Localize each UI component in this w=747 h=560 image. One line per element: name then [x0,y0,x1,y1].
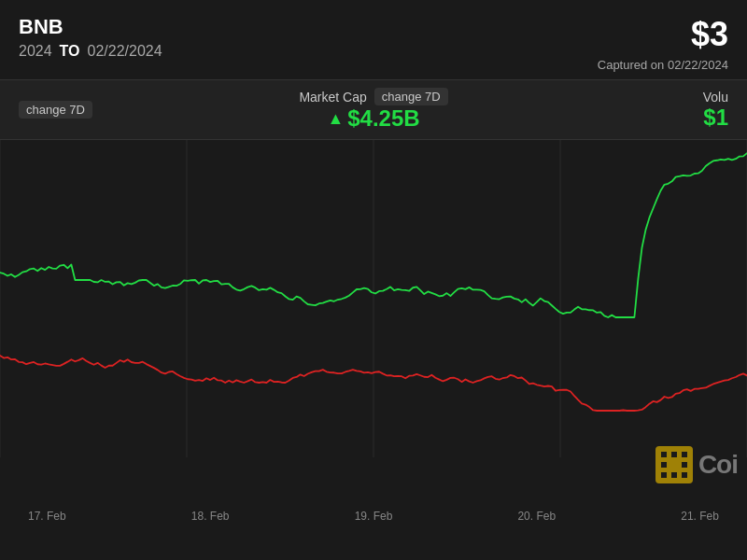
date-to: 02/22/2024 [88,43,162,60]
change-7d-section: change 7D [19,101,243,119]
header-right: $3 Captured on 02/22/2024 [598,15,728,72]
arrow-up-icon: ▲ [327,109,344,129]
svg-rect-4 [661,462,667,468]
market-cap-section: Market Cap change 7D ▲ $4.25B [261,88,486,132]
svg-rect-6 [661,472,667,478]
x-label-1: 17. Feb [28,510,66,523]
svg-rect-1 [661,452,667,457]
date-from: 2024 [19,43,52,60]
svg-rect-5 [682,462,687,468]
svg-rect-8 [682,472,687,478]
chart-container: Coi [0,140,747,504]
change-badge-market: change 7D [374,88,448,105]
header-left: BNB 2024 TO 02/22/2024 [19,15,162,60]
to-label: TO [60,43,80,60]
watermark-text: Coi [698,450,738,480]
market-cap-label: Market Cap change 7D [299,88,447,105]
header: BNB 2024 TO 02/22/2024 $3 Captured on 02… [0,0,747,79]
change-badge-left: change 7D [19,101,92,119]
svg-rect-2 [671,452,677,457]
x-label-4: 20. Feb [517,510,556,523]
x-label-2: 18. Feb [191,510,230,523]
volume-value: $1 [703,105,728,131]
price-chart [0,140,747,457]
coin-name: BNB [19,15,162,39]
volume-section: Volu $1 [504,90,728,131]
market-cap-value: ▲ $4.25B [327,105,419,132]
svg-rect-7 [671,472,677,478]
svg-rect-3 [682,452,687,457]
x-label-5: 21. Feb [681,510,719,523]
price-display: $3 [598,15,728,54]
stats-bar: change 7D Market Cap change 7D ▲ $4.25B … [0,79,747,140]
date-range: 2024 TO 02/22/2024 [19,43,162,60]
x-label-3: 19. Feb [355,510,393,523]
captured-on: Captured on 02/22/2024 [598,58,728,72]
volume-label: Volu [703,90,728,105]
watermark: Coi [654,444,738,485]
x-axis-labels: 17. Feb 18. Feb 19. Feb 20. Feb 21. Feb [0,504,747,528]
